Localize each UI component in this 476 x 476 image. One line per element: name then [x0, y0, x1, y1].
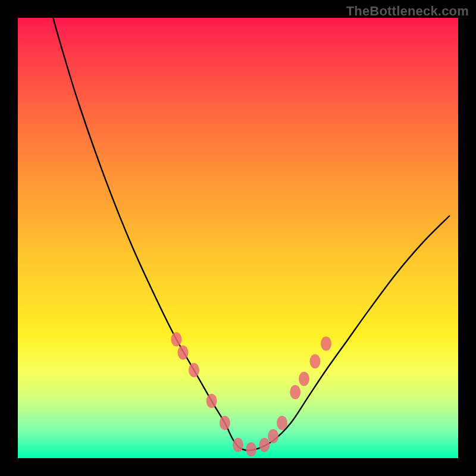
watermark-text: TheBottleneck.com	[346, 4, 469, 19]
marker-dot	[277, 416, 287, 430]
marker-dot	[310, 354, 321, 368]
marker-dot	[206, 394, 217, 408]
marker-dot	[299, 372, 309, 386]
marker-dot	[290, 385, 300, 399]
curve-line	[53, 18, 449, 450]
chart-svg	[18, 18, 458, 458]
marker-dot	[246, 442, 256, 456]
marker-dot	[321, 337, 331, 351]
marker-dot	[233, 438, 243, 452]
marker-dot	[259, 438, 270, 452]
marker-dot	[268, 429, 278, 443]
marker-dot	[171, 332, 181, 346]
marker-dot	[189, 363, 199, 377]
marker-group	[171, 332, 331, 456]
chart-area	[18, 18, 458, 458]
marker-dot	[220, 416, 230, 430]
marker-dot	[178, 345, 189, 359]
